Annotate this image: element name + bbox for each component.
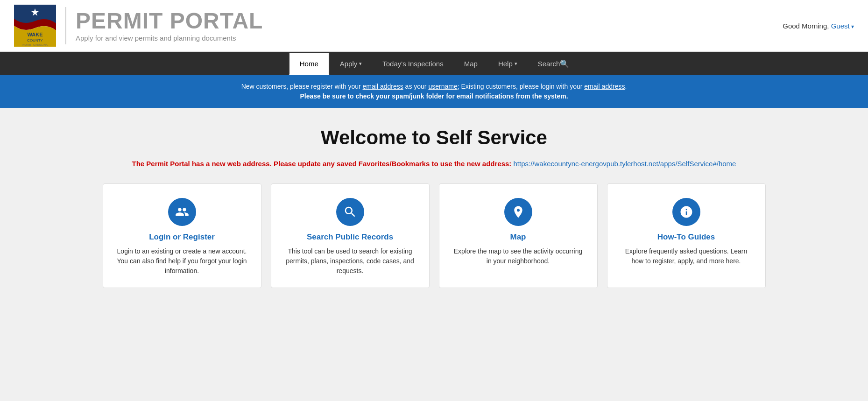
cards-row: Login or Register Login to an existing o… (28, 183, 840, 288)
card-login-register[interactable]: Login or Register Login to an existing o… (103, 183, 261, 288)
portal-title-area: PERMIT PORTAL Apply for and view permits… (76, 10, 263, 42)
card-how-to-guides-desc: Explore frequently asked questions. Lear… (619, 246, 754, 266)
nav-help[interactable]: Help ▾ (488, 52, 528, 75)
nav-map[interactable]: Map (454, 52, 488, 75)
update-notice-link[interactable]: https://wakecountync-energovpub.tylerhos… (514, 160, 736, 168)
banner-email-link1[interactable]: email address (363, 83, 403, 90)
nav-home[interactable]: Home (289, 52, 330, 75)
banner-email-link2[interactable]: email address (584, 83, 625, 90)
svg-text:COUNTY: COUNTY (27, 38, 43, 42)
card-search-public-records-desc: This tool can be used to search for exis… (283, 246, 417, 276)
header-divider (65, 7, 66, 44)
info-banner: New customers, please register with your… (0, 75, 868, 108)
header-left: WAKE COUNTY NORTH CAROLINA PERMIT PORTAL… (14, 5, 263, 47)
banner-bold-text: Please be sure to check your spam/junk f… (300, 92, 568, 100)
help-dropdown-arrow: ▾ (515, 61, 517, 67)
banner-text3: ; Existing customers, please login with … (458, 83, 585, 90)
update-notice-red-text: The Permit Portal has a new web address.… (132, 160, 512, 168)
portal-subtitle: Apply for and view permits and planning … (76, 34, 263, 42)
nav-apply[interactable]: Apply ▾ (330, 52, 373, 75)
navbar: Home Apply ▾ Today's Inspections Map Hel… (0, 52, 868, 75)
map-icon (504, 198, 532, 226)
card-map-title: Map (510, 232, 526, 242)
nav-todays-inspections[interactable]: Today's Inspections (372, 52, 453, 75)
card-search-public-records-title: Search Public Records (307, 232, 393, 242)
update-notice: The Permit Portal has a new web address.… (28, 158, 840, 169)
greeting-text: Good Morning, (783, 22, 829, 30)
header-right: Good Morning, Guest (783, 22, 854, 30)
banner-text4: . (625, 83, 627, 90)
user-dropdown[interactable]: Guest (831, 22, 854, 30)
wake-county-logo: WAKE COUNTY NORTH CAROLINA (14, 5, 56, 47)
portal-title: PERMIT PORTAL (76, 10, 263, 32)
welcome-title: Welcome to Self Service (28, 127, 840, 149)
main-content: Welcome to Self Service The Permit Porta… (0, 108, 868, 388)
search-icon: 🔍 (560, 59, 569, 68)
svg-text:WAKE: WAKE (28, 32, 43, 37)
banner-text2: as your (403, 83, 429, 90)
search-public-records-icon (336, 198, 364, 226)
card-how-to-guides[interactable]: How-To Guides Explore frequently asked q… (607, 183, 766, 288)
card-search-public-records[interactable]: Search Public Records This tool can be u… (271, 183, 430, 288)
header: WAKE COUNTY NORTH CAROLINA PERMIT PORTAL… (0, 0, 868, 52)
nav-search[interactable]: Search 🔍 (528, 52, 580, 75)
svg-text:NORTH CAROLINA: NORTH CAROLINA (22, 43, 48, 46)
card-login-register-desc: Login to an existing or create a new acc… (115, 246, 249, 276)
banner-username-link[interactable]: username (428, 83, 457, 90)
card-map-desc: Explore the map to see the activity occu… (451, 246, 586, 266)
login-register-icon (168, 198, 196, 226)
card-login-register-title: Login or Register (149, 232, 215, 242)
card-map[interactable]: Map Explore the map to see the activity … (439, 183, 598, 288)
apply-dropdown-arrow: ▾ (359, 61, 362, 67)
banner-text1: New customers, please register with your (241, 83, 363, 90)
how-to-guides-icon (672, 198, 700, 226)
card-how-to-guides-title: How-To Guides (657, 232, 715, 242)
